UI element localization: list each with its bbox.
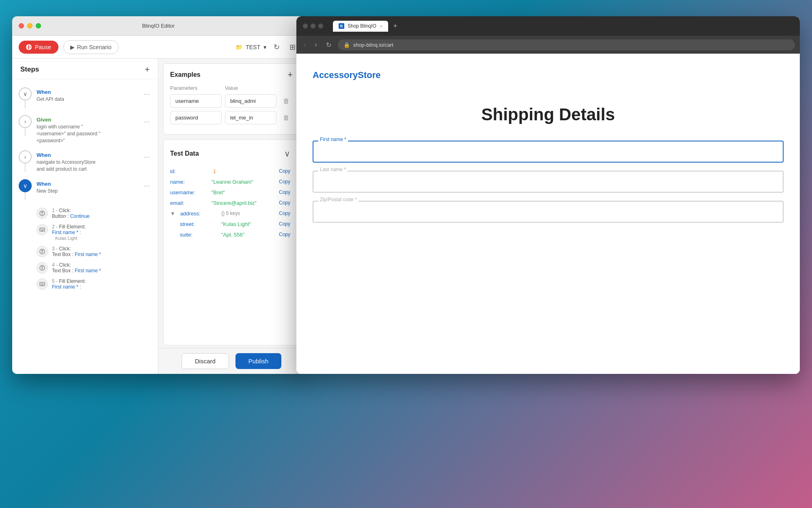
- data-row-nested: street: "Kulas Light" Copy: [170, 219, 293, 229]
- browser-close[interactable]: [303, 24, 308, 28]
- sub-step-link[interactable]: First name *: [75, 268, 101, 274]
- copy-button[interactable]: Copy: [276, 199, 293, 206]
- copy-button[interactable]: Copy: [276, 231, 293, 238]
- sub-step-link[interactable]: First name *: [75, 252, 101, 257]
- value-cell[interactable]: let_me_in: [225, 111, 276, 124]
- right-panel: Examples + Parameters Value username bli…: [158, 59, 304, 374]
- play-icon: ▶: [70, 44, 75, 50]
- sub-step-number: 5 -: [52, 278, 59, 284]
- pause-icon: [26, 44, 32, 50]
- browser-tab-active[interactable]: B Shop BlinqIO ×: [333, 21, 388, 32]
- step-toggle-active[interactable]: ∨: [19, 179, 32, 192]
- sub-step-field-link[interactable]: First name * :: [52, 230, 81, 235]
- browser-maximize[interactable]: [318, 24, 323, 28]
- refresh-button[interactable]: ↻: [324, 39, 334, 50]
- examples-title: Examples: [170, 71, 201, 78]
- pause-button[interactable]: Pause: [19, 41, 58, 54]
- copy-button[interactable]: Copy: [276, 210, 293, 217]
- window-title: BlinqIO Editor: [142, 23, 175, 29]
- last-name-input[interactable]: [313, 171, 784, 193]
- svg-rect-14: [41, 283, 41, 284]
- param-cell[interactable]: username: [170, 94, 222, 108]
- expand-icon[interactable]: ▼: [170, 211, 175, 217]
- step-more-button[interactable]: ···: [142, 180, 151, 192]
- editor-footer: Discard Publish: [158, 348, 304, 374]
- param-column-header: Parameters: [170, 85, 222, 91]
- delete-example-button[interactable]: 🗑: [280, 95, 293, 108]
- back-button[interactable]: ‹: [301, 39, 308, 50]
- step-toggle[interactable]: ›: [19, 115, 32, 128]
- data-value: 1: [213, 168, 273, 174]
- step-toggle[interactable]: ›: [19, 150, 32, 163]
- desktop: BlinqIO Editor Pause ▶ Run Scenario 📁: [0, 0, 812, 508]
- copy-button[interactable]: Copy: [276, 167, 293, 175]
- value-column-header: Value: [225, 85, 276, 91]
- publish-button[interactable]: Publish: [235, 353, 281, 369]
- copy-button[interactable]: Copy: [276, 220, 293, 228]
- zip-code-label: Zip/Postal code *: [318, 197, 358, 202]
- maximize-button[interactable]: [36, 23, 41, 28]
- close-button[interactable]: [19, 23, 24, 28]
- folder-selector[interactable]: 📁 TEST ▾: [235, 44, 266, 50]
- sub-step-detail: Text Box :: [52, 252, 75, 257]
- examples-table: Parameters Value username blinq_admi 🗑: [170, 85, 293, 124]
- step-connector: ›: [19, 150, 32, 172]
- test-data-collapse-button[interactable]: ∨: [282, 146, 293, 161]
- data-value: "Leanne Graham": [210, 179, 273, 185]
- data-value: "Kulas Light": [220, 221, 273, 227]
- sub-step-action: Fill Element:: [59, 278, 86, 284]
- test-data-header: Test Data ∨: [170, 146, 293, 161]
- step-more-button[interactable]: ···: [142, 151, 151, 163]
- address-bar[interactable]: 🔒 shop-blinq.io/cart: [338, 39, 795, 50]
- store-name-colored: Store: [358, 70, 380, 80]
- step-item: ∨ When Get API data ···: [12, 84, 158, 112]
- sub-step-field-link[interactable]: First name * :: [52, 284, 81, 290]
- data-object-label: {} 5 keys: [220, 211, 240, 216]
- svg-rect-5: [41, 229, 41, 230]
- sub-step-link[interactable]: Continue: [70, 213, 90, 219]
- step-toggle[interactable]: ∨: [19, 87, 32, 100]
- editor-toolbar: Pause ▶ Run Scenario 📁 TEST ▾ ↻ ⊞: [12, 36, 304, 59]
- data-key: address:: [180, 211, 217, 217]
- first-name-field: First name *: [313, 141, 784, 163]
- copy-button[interactable]: Copy: [276, 178, 293, 185]
- step-content: Given login with username "<username>" a…: [37, 115, 137, 144]
- step-line: [25, 100, 26, 109]
- tab-close-button[interactable]: ×: [380, 23, 383, 29]
- browser-minimize[interactable]: [311, 24, 315, 28]
- new-tab-button[interactable]: +: [390, 20, 401, 32]
- browser-content: AccessoryStore Shipping Details First na…: [296, 54, 800, 374]
- examples-section: Examples + Parameters Value username bli…: [163, 63, 300, 135]
- refresh-button[interactable]: ↻: [271, 40, 282, 54]
- browser-addressbar: ‹ › ↻ 🔒 shop-blinq.io/cart: [296, 36, 800, 54]
- svg-rect-7: [43, 229, 44, 230]
- step-item-active: ∨ When New Step ···: [12, 176, 158, 204]
- step-description: navigate to AccessoryStoreand add produc…: [37, 159, 137, 173]
- delete-example-button[interactable]: 🗑: [280, 111, 293, 124]
- sub-step-detail: Text Box :: [52, 268, 75, 274]
- sub-step-item: 1 - Click: Button : Continue: [37, 205, 151, 221]
- step-description: New Step: [37, 188, 137, 195]
- step-more-button[interactable]: ···: [142, 116, 151, 128]
- run-scenario-button[interactable]: ▶ Run Scenario: [63, 40, 119, 54]
- step-line: [25, 192, 26, 200]
- add-example-button[interactable]: +: [287, 70, 293, 79]
- step-type-when: When: [37, 181, 137, 187]
- steps-title: Steps: [20, 65, 39, 74]
- data-key: name:: [170, 179, 207, 185]
- copy-button[interactable]: Copy: [276, 189, 293, 196]
- step-line: [25, 128, 26, 136]
- forward-button[interactable]: ›: [312, 39, 319, 50]
- add-step-button[interactable]: +: [145, 65, 150, 74]
- first-name-input[interactable]: [313, 141, 784, 163]
- sub-step-item: 3 - Click: Text Box : First name *: [37, 243, 151, 260]
- step-type-when: When: [37, 89, 137, 95]
- test-data-section: Test Data ∨ id: 1 Copy name:: [163, 139, 300, 345]
- value-cell[interactable]: blinq_admi: [225, 94, 276, 108]
- discard-button[interactable]: Discard: [181, 353, 229, 369]
- steps-header: Steps +: [12, 59, 158, 79]
- zip-code-input[interactable]: [313, 201, 784, 223]
- param-cell[interactable]: password: [170, 111, 222, 124]
- minimize-button[interactable]: [27, 23, 32, 28]
- step-more-button[interactable]: ···: [142, 88, 151, 100]
